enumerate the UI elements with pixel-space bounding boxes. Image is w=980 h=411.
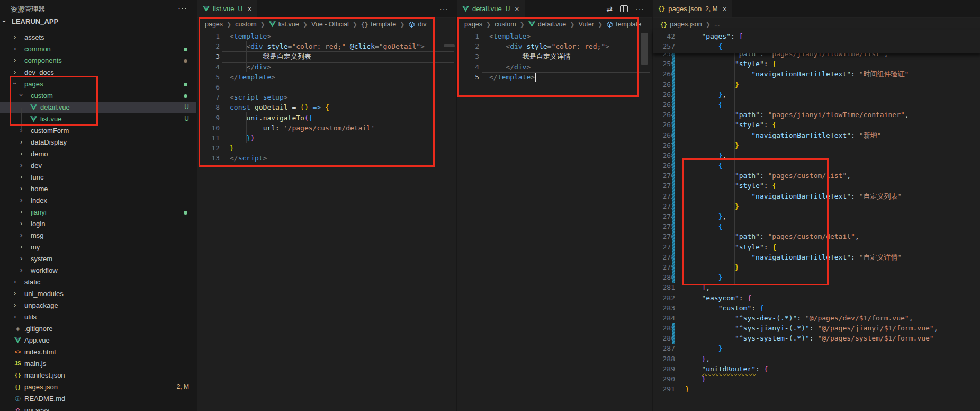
editor-actions: ⇄··· [606, 0, 644, 17]
sidebar-item-pages.json[interactable]: {}pages.json2, M [0, 381, 196, 393]
item-label: assets [24, 33, 44, 41]
open-changes-icon[interactable]: ⇄ [606, 5, 613, 13]
close-icon[interactable]: × [247, 5, 251, 13]
close-icon[interactable]: × [515, 5, 519, 13]
sidebar-item-unpackage[interactable]: ›unpackage [0, 300, 196, 311]
code-line-13[interactable]: 13</script> [197, 153, 456, 163]
sidebar-item-pages[interactable]: ›pages [0, 78, 196, 90]
sidebar-item-unimodules[interactable]: ›uni_modules [0, 288, 196, 300]
sidebar-item-components[interactable]: ›components [0, 55, 196, 67]
code-line-10[interactable]: 10 url: '/pages/custom/detail' [197, 123, 456, 133]
code-line-291[interactable]: 291} [653, 384, 980, 394]
code-line-9[interactable]: 9 uni.navigateTo({ [197, 113, 456, 123]
code-line-2[interactable]: 2 <div style="color: red;" @click="goDet… [197, 41, 456, 51]
tab-pages-json[interactable]: {}pages.json2, M× [653, 0, 732, 17]
item-label: common [24, 45, 51, 53]
breadcrumb-separator: ❯ [570, 21, 574, 28]
code-line-11[interactable]: 11 }) [197, 133, 456, 143]
code-line-7[interactable]: 7<script setup> [197, 92, 456, 102]
more-actions-icon[interactable]: ··· [439, 5, 448, 13]
editor-actions: ··· [439, 0, 448, 17]
breadcrumb-item[interactable]: {}pages.json [660, 21, 702, 28]
item-label: components [24, 57, 62, 65]
code-text: </template> [230, 72, 275, 82]
code-line-4[interactable]: 4 </div> [197, 62, 456, 72]
sidebar-item-detail.vue[interactable]: detail.vueU [0, 102, 196, 113]
explorer-root-folder[interactable]: › LEARUN_APP [0, 16, 196, 28]
code-text: } [685, 384, 689, 394]
breadcrumb-item[interactable]: div [408, 21, 426, 28]
sidebar-item-dev[interactable]: ›dev [0, 160, 196, 172]
item-label: manifest.json [24, 371, 65, 379]
code-line-4[interactable]: 4 </div> [457, 62, 652, 72]
line-number: 265 [653, 120, 675, 130]
sidebar-item-jianyi[interactable]: ›jianyi [0, 207, 196, 218]
code-line-5[interactable]: 5</template> [197, 72, 456, 82]
breadcrumb-item[interactable]: {}template [361, 21, 396, 28]
breadcrumb-item[interactable]: custom [235, 21, 256, 28]
code-text: } [685, 343, 722, 353]
close-icon[interactable]: × [722, 5, 726, 13]
sidebar-item-App.vue[interactable]: App.vue [0, 335, 196, 346]
more-actions-icon[interactable]: ··· [635, 5, 644, 13]
sidebar-item-workflow[interactable]: ›workflow [0, 265, 196, 276]
sidebar-item-home[interactable]: ›home [0, 183, 196, 195]
sticky-scroll[interactable]: 42 "pages": [257 { [653, 30, 980, 53]
code-line-1[interactable]: 1<template> [197, 31, 456, 41]
code-line-12[interactable]: 12} [197, 143, 456, 153]
chevron-right-icon: › [14, 312, 16, 320]
code-line-1[interactable]: 1<template> [457, 31, 652, 41]
code-text: } [685, 272, 722, 282]
split-editor-icon[interactable] [620, 5, 628, 12]
sidebar-item-.gitignore[interactable]: ◈.gitignore [0, 323, 196, 335]
tab-list-vue[interactable]: list.vueU× [197, 0, 257, 17]
line-number: 291 [653, 384, 675, 394]
code-text: "^sys-jianyi-(.*)": "@/pages/jianyi/$1/f… [685, 323, 938, 333]
sidebar-item-list.vue[interactable]: list.vueU [0, 113, 196, 125]
sidebar-item-manifest.json[interactable]: {}manifest.json [0, 370, 196, 381]
tab-detail-vue[interactable]: detail.vueU× [457, 0, 525, 17]
sidebar-item-utils[interactable]: ›utils [0, 311, 196, 323]
sidebar-item-system[interactable]: ›system [0, 253, 196, 265]
sidebar-item-devdocs[interactable]: ›dev_docs [0, 67, 196, 78]
breadcrumb-item[interactable]: Vuter [579, 21, 594, 28]
breadcrumb-label: Vuter [579, 21, 594, 28]
sidebar-item-demo[interactable]: ›demo [0, 148, 196, 160]
sidebar-item-func[interactable]: ›func [0, 172, 196, 183]
code-line-6[interactable]: 6 [197, 82, 456, 92]
breadcrumb-item[interactable]: list.vue [269, 21, 299, 28]
minimap-slider[interactable] [444, 44, 455, 47]
breadcrumb-item[interactable]: pages [464, 21, 482, 28]
code-text: } [230, 143, 234, 153]
explorer-more-actions-icon[interactable]: ··· [178, 3, 187, 12]
breadcrumb-item[interactable]: ... [714, 21, 720, 28]
code-line-290[interactable]: 290 } [653, 374, 980, 384]
line-number: 274 [653, 211, 675, 221]
sidebar-item-my[interactable]: ›my [0, 242, 196, 253]
breadcrumb-item[interactable]: template [606, 21, 641, 28]
breadcrumb-item[interactable]: pages [205, 21, 223, 28]
breadcrumb-item[interactable]: detail.vue [528, 21, 567, 28]
sidebar-item-main.js[interactable]: JSmain.js [0, 358, 196, 370]
code-line-2[interactable]: 2 <div style="color: red;"> [457, 41, 652, 51]
code-line-8[interactable]: 8const goDetail = () => { [197, 102, 456, 112]
code-line-257[interactable]: 257 { [653, 41, 980, 51]
code-line-3[interactable]: 3 我是自定义详情 [457, 51, 652, 61]
sidebar-item-msg[interactable]: ›msg [0, 230, 196, 242]
sidebar-item-assets[interactable]: ›assets [0, 32, 196, 43]
breadcrumb-item[interactable]: Vue - Official [311, 21, 349, 28]
sidebar-item-static[interactable]: ›static [0, 276, 196, 288]
sidebar-item-index.html[interactable]: <>index.html [0, 346, 196, 358]
sidebar-item-uni.scss[interactable]: ✿uni.scss [0, 405, 196, 411]
code-line-42[interactable]: 42 "pages": [ [653, 31, 980, 41]
sidebar-item-dataDisplay[interactable]: ›dataDisplay [0, 137, 196, 148]
sidebar-item-common[interactable]: ›common [0, 43, 196, 55]
sidebar-item-README.md[interactable]: ⓘREADME.md [0, 393, 196, 405]
sidebar-item-index[interactable]: ›index [0, 195, 196, 207]
minimap-slider[interactable] [641, 33, 648, 65]
breadcrumb-item[interactable]: custom [495, 21, 516, 28]
sidebar-item-customForm[interactable]: ›customForm [0, 125, 196, 137]
sidebar-item-login[interactable]: ›login [0, 218, 196, 230]
sidebar-item-custom[interactable]: ›custom [0, 90, 196, 102]
code-text: "style": { [685, 120, 776, 130]
